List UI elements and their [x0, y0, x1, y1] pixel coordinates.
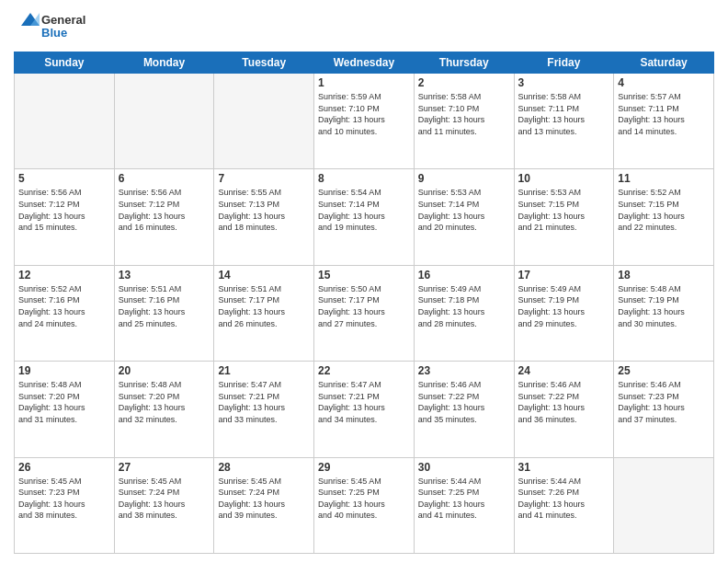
calendar-day-cell: 7Sunrise: 5:55 AM Sunset: 7:13 PM Daylig… — [214, 169, 314, 265]
day-number: 4 — [618, 76, 710, 89]
day-info: Sunrise: 5:58 AM Sunset: 7:10 PM Dayligh… — [418, 91, 510, 137]
weekday-header-cell: Tuesday — [214, 52, 314, 74]
day-number: 25 — [618, 364, 710, 377]
calendar-day-cell: 2Sunrise: 5:58 AM Sunset: 7:10 PM Daylig… — [414, 74, 514, 169]
day-info: Sunrise: 5:51 AM Sunset: 7:17 PM Dayligh… — [218, 283, 310, 329]
day-info: Sunrise: 5:58 AM Sunset: 7:11 PM Dayligh… — [518, 91, 610, 137]
day-info: Sunrise: 5:52 AM Sunset: 7:15 PM Dayligh… — [618, 187, 710, 233]
day-info: Sunrise: 5:54 AM Sunset: 7:14 PM Dayligh… — [318, 187, 410, 233]
day-info: Sunrise: 5:56 AM Sunset: 7:12 PM Dayligh… — [18, 187, 110, 233]
calendar-day-cell: 12Sunrise: 5:52 AM Sunset: 7:16 PM Dayli… — [15, 265, 115, 361]
day-info: Sunrise: 5:51 AM Sunset: 7:16 PM Dayligh… — [119, 283, 210, 329]
logo: General Blue — [14, 9, 97, 44]
day-info: Sunrise: 5:46 AM Sunset: 7:22 PM Dayligh… — [418, 379, 510, 425]
day-number: 7 — [218, 172, 310, 185]
day-number: 31 — [518, 461, 610, 474]
calendar-day-cell: 14Sunrise: 5:51 AM Sunset: 7:17 PM Dayli… — [214, 265, 314, 361]
day-number: 13 — [119, 269, 210, 282]
calendar-day-cell: 9Sunrise: 5:53 AM Sunset: 7:14 PM Daylig… — [414, 169, 514, 265]
day-info: Sunrise: 5:45 AM Sunset: 7:24 PM Dayligh… — [119, 476, 210, 522]
calendar-day-cell: 25Sunrise: 5:46 AM Sunset: 7:23 PM Dayli… — [614, 362, 714, 457]
calendar-day-cell: 27Sunrise: 5:45 AM Sunset: 7:24 PM Dayli… — [114, 457, 214, 553]
day-info: Sunrise: 5:44 AM Sunset: 7:26 PM Dayligh… — [518, 476, 610, 522]
day-number: 11 — [618, 172, 710, 185]
day-info: Sunrise: 5:48 AM Sunset: 7:19 PM Dayligh… — [618, 283, 710, 329]
calendar-day-cell: 8Sunrise: 5:54 AM Sunset: 7:14 PM Daylig… — [314, 169, 415, 265]
calendar-day-cell — [614, 457, 714, 553]
day-number: 14 — [218, 269, 310, 282]
day-info: Sunrise: 5:56 AM Sunset: 7:12 PM Dayligh… — [119, 187, 210, 233]
calendar-day-cell: 23Sunrise: 5:46 AM Sunset: 7:22 PM Dayli… — [414, 362, 514, 457]
calendar-day-cell: 28Sunrise: 5:45 AM Sunset: 7:24 PM Dayli… — [214, 457, 314, 553]
calendar-day-cell: 16Sunrise: 5:49 AM Sunset: 7:18 PM Dayli… — [414, 265, 514, 361]
calendar-day-cell: 15Sunrise: 5:50 AM Sunset: 7:17 PM Dayli… — [314, 265, 415, 361]
day-info: Sunrise: 5:49 AM Sunset: 7:19 PM Dayligh… — [518, 283, 610, 329]
day-number: 23 — [418, 364, 510, 377]
calendar-day-cell: 31Sunrise: 5:44 AM Sunset: 7:26 PM Dayli… — [514, 457, 614, 553]
day-info: Sunrise: 5:57 AM Sunset: 7:11 PM Dayligh… — [618, 91, 710, 137]
calendar-body: 1Sunrise: 5:59 AM Sunset: 7:10 PM Daylig… — [15, 74, 714, 554]
calendar-day-cell: 13Sunrise: 5:51 AM Sunset: 7:16 PM Dayli… — [114, 265, 214, 361]
calendar-day-cell: 18Sunrise: 5:48 AM Sunset: 7:19 PM Dayli… — [614, 265, 714, 361]
svg-text:Blue: Blue — [41, 26, 67, 40]
day-info: Sunrise: 5:48 AM Sunset: 7:20 PM Dayligh… — [119, 379, 210, 425]
calendar-day-cell — [114, 74, 214, 169]
calendar-week-row: 1Sunrise: 5:59 AM Sunset: 7:10 PM Daylig… — [15, 74, 714, 169]
calendar-week-row: 5Sunrise: 5:56 AM Sunset: 7:12 PM Daylig… — [15, 169, 714, 265]
day-number: 18 — [618, 269, 710, 282]
header: General Blue — [14, 9, 714, 44]
calendar-day-cell — [214, 74, 314, 169]
day-number: 29 — [318, 461, 410, 474]
day-number: 20 — [119, 364, 210, 377]
day-info: Sunrise: 5:47 AM Sunset: 7:21 PM Dayligh… — [318, 379, 410, 425]
day-number: 3 — [518, 76, 610, 89]
day-number: 10 — [518, 172, 610, 185]
day-info: Sunrise: 5:45 AM Sunset: 7:23 PM Dayligh… — [18, 476, 110, 522]
day-info: Sunrise: 5:47 AM Sunset: 7:21 PM Dayligh… — [218, 379, 310, 425]
calendar-day-cell: 6Sunrise: 5:56 AM Sunset: 7:12 PM Daylig… — [114, 169, 214, 265]
logo-svg: General Blue — [14, 9, 97, 44]
weekday-header-row: SundayMondayTuesdayWednesdayThursdayFrid… — [15, 52, 714, 74]
day-number: 2 — [418, 76, 510, 89]
day-info: Sunrise: 5:46 AM Sunset: 7:23 PM Dayligh… — [618, 379, 710, 425]
day-info: Sunrise: 5:49 AM Sunset: 7:18 PM Dayligh… — [418, 283, 510, 329]
page: General Blue SundayMondayTuesdayWednesda… — [0, 0, 728, 563]
day-info: Sunrise: 5:55 AM Sunset: 7:13 PM Dayligh… — [218, 187, 310, 233]
calendar-table: SundayMondayTuesdayWednesdayThursdayFrid… — [14, 52, 714, 554]
day-info: Sunrise: 5:59 AM Sunset: 7:10 PM Dayligh… — [318, 91, 410, 137]
day-info: Sunrise: 5:53 AM Sunset: 7:14 PM Dayligh… — [418, 187, 510, 233]
calendar-day-cell: 10Sunrise: 5:53 AM Sunset: 7:15 PM Dayli… — [514, 169, 614, 265]
day-info: Sunrise: 5:44 AM Sunset: 7:25 PM Dayligh… — [418, 476, 510, 522]
day-info: Sunrise: 5:48 AM Sunset: 7:20 PM Dayligh… — [18, 379, 110, 425]
calendar-day-cell: 4Sunrise: 5:57 AM Sunset: 7:11 PM Daylig… — [614, 74, 714, 169]
day-number: 19 — [18, 364, 110, 377]
calendar-day-cell: 17Sunrise: 5:49 AM Sunset: 7:19 PM Dayli… — [514, 265, 614, 361]
weekday-header-cell: Wednesday — [314, 52, 415, 74]
calendar-week-row: 19Sunrise: 5:48 AM Sunset: 7:20 PM Dayli… — [15, 362, 714, 457]
day-info: Sunrise: 5:50 AM Sunset: 7:17 PM Dayligh… — [318, 283, 410, 329]
day-info: Sunrise: 5:53 AM Sunset: 7:15 PM Dayligh… — [518, 187, 610, 233]
day-number: 9 — [418, 172, 510, 185]
calendar-day-cell: 29Sunrise: 5:45 AM Sunset: 7:25 PM Dayli… — [314, 457, 415, 553]
day-number: 16 — [418, 269, 510, 282]
calendar-day-cell: 5Sunrise: 5:56 AM Sunset: 7:12 PM Daylig… — [15, 169, 115, 265]
day-number: 17 — [518, 269, 610, 282]
calendar-day-cell: 1Sunrise: 5:59 AM Sunset: 7:10 PM Daylig… — [314, 74, 415, 169]
weekday-header-cell: Friday — [514, 52, 614, 74]
calendar-day-cell: 26Sunrise: 5:45 AM Sunset: 7:23 PM Dayli… — [15, 457, 115, 553]
day-info: Sunrise: 5:46 AM Sunset: 7:22 PM Dayligh… — [518, 379, 610, 425]
calendar-week-row: 12Sunrise: 5:52 AM Sunset: 7:16 PM Dayli… — [15, 265, 714, 361]
calendar-day-cell: 3Sunrise: 5:58 AM Sunset: 7:11 PM Daylig… — [514, 74, 614, 169]
day-number: 28 — [218, 461, 310, 474]
calendar-day-cell: 20Sunrise: 5:48 AM Sunset: 7:20 PM Dayli… — [114, 362, 214, 457]
calendar-day-cell: 19Sunrise: 5:48 AM Sunset: 7:20 PM Dayli… — [15, 362, 115, 457]
day-number: 27 — [119, 461, 210, 474]
day-number: 5 — [18, 172, 110, 185]
day-info: Sunrise: 5:45 AM Sunset: 7:25 PM Dayligh… — [318, 476, 410, 522]
day-number: 30 — [418, 461, 510, 474]
day-number: 6 — [119, 172, 210, 185]
day-number: 24 — [518, 364, 610, 377]
weekday-header-cell: Thursday — [414, 52, 514, 74]
day-number: 22 — [318, 364, 410, 377]
calendar-day-cell: 21Sunrise: 5:47 AM Sunset: 7:21 PM Dayli… — [214, 362, 314, 457]
